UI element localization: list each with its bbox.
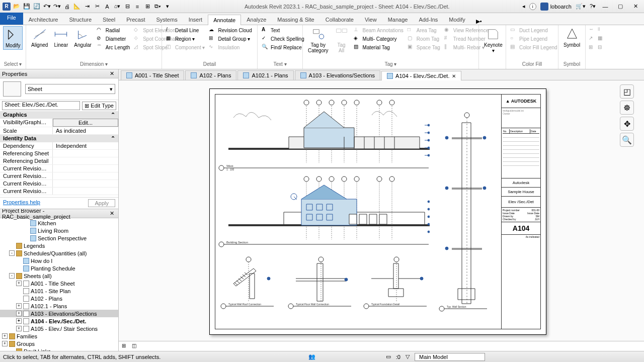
instance-filter-dropdown[interactable]: Sheet: Elev./Sec./Det.: [2, 101, 80, 110]
qat-undo-icon[interactable]: ↶▾: [42, 2, 51, 11]
ribbon-tab-systems[interactable]: Systems: [150, 14, 183, 25]
symbol-button[interactable]: Symbol: [561, 26, 582, 49]
panel-label-select[interactable]: Select ▾: [3, 60, 23, 68]
steering-wheel-button[interactable]: ☸: [620, 101, 634, 115]
zoom-button[interactable]: 🔍: [620, 133, 634, 147]
panel-label-dimension[interactable]: Dimension ▾: [29, 60, 158, 68]
region-button[interactable]: ▦Region ▾: [165, 35, 206, 43]
aligned-dim-button[interactable]: Aligned: [29, 26, 50, 49]
tree-toggle-icon[interactable]: +: [16, 311, 22, 316]
scale-icon[interactable]: ⊞: [122, 343, 129, 350]
viewcube-button[interactable]: ◰: [620, 84, 634, 99]
tree-item[interactable]: +A105 - Elev./ Stair Sections: [0, 325, 118, 332]
tree-item[interactable]: A102 - Plans: [0, 295, 118, 302]
qat-sync-icon[interactable]: 🔄: [32, 2, 41, 11]
filter-icon[interactable]: ▽: [406, 353, 410, 360]
view-tab[interactable]: A104 - Elev./Sec./Det.✕: [381, 71, 461, 80]
qat-trim-icon[interactable]: ✂: [93, 2, 102, 11]
qat-open-icon[interactable]: 📂: [12, 2, 21, 11]
panel-label-text[interactable]: Text ▾: [261, 60, 299, 68]
help-icon[interactable]: ?▾: [590, 3, 596, 10]
tree-item[interactable]: +A104 - Elev./Sec./Det.: [0, 317, 118, 325]
prop-row[interactable]: ScaleAs indicated: [0, 127, 118, 135]
crop-icon[interactable]: ◫: [132, 343, 139, 350]
tree-item[interactable]: Section Perspective: [0, 234, 118, 242]
multi-category-button[interactable]: ◈Multi- Category: [353, 35, 405, 43]
diameter-dim-button[interactable]: ⊘Diameter: [96, 35, 131, 43]
maximize-button[interactable]: ▢: [615, 2, 626, 11]
close-button[interactable]: ✕: [630, 2, 641, 11]
tree-toggle-icon[interactable]: +: [16, 281, 22, 286]
ribbon-tab-modify[interactable]: Modify: [443, 14, 470, 25]
drawing-canvas[interactable]: ↖: [119, 80, 644, 341]
qat-measure-icon[interactable]: 📐: [72, 2, 82, 11]
keynote-button[interactable]: Keynote▾: [482, 26, 505, 54]
ribbon-tab-structure[interactable]: Structure: [63, 14, 97, 25]
back-icon[interactable]: ◂: [522, 3, 525, 10]
prop-row[interactable]: DependencyIndependent: [0, 142, 118, 150]
browser-close-icon[interactable]: ✕: [108, 210, 116, 217]
linear-dim-button[interactable]: Linear: [52, 26, 70, 49]
ribbon-tab-annotate[interactable]: Annotate: [208, 15, 241, 25]
cart-icon[interactable]: 🛒▾: [576, 3, 586, 10]
ribbon-tab-architecture[interactable]: Architecture: [23, 14, 64, 25]
view-west-elevation[interactable]: West 1 : 100: [218, 98, 430, 173]
ribbon-tab-steel[interactable]: Steel: [97, 14, 121, 25]
tree-item[interactable]: How do I: [0, 257, 118, 264]
view-floor-wall-detail[interactable]: Typical Floor Wall Connection: [286, 253, 356, 314]
view-wall-roof-detail[interactable]: Typical Wall Roof Connection: [218, 253, 279, 314]
view-tab[interactable]: A103 - Elevations/Sections: [295, 70, 380, 80]
tree-item[interactable]: Legends: [0, 242, 118, 249]
prop-row[interactable]: Current Revision Issu...: [0, 180, 118, 188]
tree-item[interactable]: +A102.1 - Plans: [0, 302, 118, 310]
revision-cloud-button[interactable]: ☁Revision Cloud: [208, 26, 253, 34]
view-building-section[interactable]: Building Section: [218, 174, 430, 249]
qat-print-icon[interactable]: 🖨: [62, 2, 71, 11]
qat-redo-icon[interactable]: ↷▾: [52, 2, 61, 11]
selection-count-icon[interactable]: ▭: [386, 353, 391, 360]
properties-close-icon[interactable]: ✕: [108, 70, 116, 77]
pan-button[interactable]: ✥: [620, 117, 634, 131]
type-selector-dropdown[interactable]: Sheet▾: [25, 84, 115, 94]
tab-close-icon[interactable]: ✕: [452, 73, 456, 79]
prop-row[interactable]: Referencing Detail: [0, 157, 118, 165]
ribbon-tab-view[interactable]: View: [359, 14, 382, 25]
material-tag-button[interactable]: ▨Material Tag: [353, 43, 405, 51]
tree-item[interactable]: Revit Links: [0, 347, 118, 351]
workset-dropdown[interactable]: Main Model: [415, 353, 485, 361]
qat-switch-icon[interactable]: ⧉▾: [153, 2, 162, 11]
qat-customize-icon[interactable]: ▾: [163, 2, 172, 11]
ribbon-tab-analyze[interactable]: Analyze: [241, 14, 272, 25]
tree-toggle-icon[interactable]: +: [16, 303, 22, 309]
view-tab[interactable]: A001 - Title Sheet: [121, 70, 184, 80]
properties-help-link[interactable]: Properties help: [3, 199, 40, 207]
tree-toggle-icon[interactable]: +: [16, 326, 22, 331]
ribbon-tab-add-ins[interactable]: Add-Ins: [413, 14, 443, 25]
tag-by-category-button[interactable]: Tag by Category: [306, 26, 331, 54]
qat-section-icon[interactable]: ⊟: [123, 2, 132, 11]
tree-item[interactable]: -Schedules/Quantities (all): [0, 249, 118, 257]
ribbon-tab-insert[interactable]: Insert: [183, 14, 208, 25]
project-browser-tree[interactable]: KitchenLiving RoomSection PerspectiveLeg…: [0, 218, 118, 351]
view-wall-section[interactable]: Typ. Wall Section: [437, 98, 492, 314]
detail-line-button[interactable]: /Detail Line: [165, 26, 206, 34]
ribbon-tab-manage[interactable]: Manage: [382, 14, 414, 25]
tree-item[interactable]: A101 - Site Plan: [0, 287, 118, 295]
view-tab[interactable]: A102.1 - Plans: [237, 70, 293, 80]
modify-button[interactable]: Modify: [3, 26, 23, 50]
qat-3d-icon[interactable]: ⌂▾: [113, 2, 122, 11]
tree-toggle-icon[interactable]: -: [9, 250, 15, 256]
sheet-paper[interactable]: West 1 : 100: [209, 88, 546, 335]
minimize-button[interactable]: —: [600, 2, 611, 11]
tree-item[interactable]: Living Room: [0, 227, 118, 234]
prop-row[interactable]: Current Revision Issu...: [0, 165, 118, 172]
qat-save-icon[interactable]: 💾: [22, 2, 31, 11]
ribbon-play-icon[interactable]: ▶•: [476, 18, 482, 25]
tree-item[interactable]: +Groups: [0, 340, 118, 347]
ribbon-tab-collaborate[interactable]: Collaborate: [320, 14, 359, 25]
apply-button[interactable]: Apply: [88, 199, 115, 207]
tree-toggle-icon[interactable]: -: [9, 273, 15, 279]
prop-row[interactable]: Referencing Sheet: [0, 150, 118, 157]
tree-item[interactable]: +A103 - Elevations/Sections: [0, 310, 118, 317]
detail-group-button[interactable]: ⊞Detail Group ▾: [208, 35, 253, 43]
